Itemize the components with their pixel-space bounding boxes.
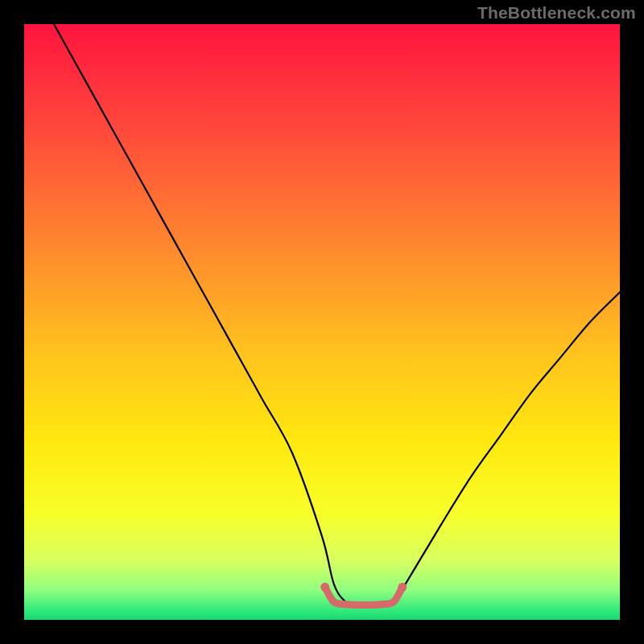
watermark-text: TheBottleneck.com bbox=[477, 3, 636, 23]
chart-frame: TheBottleneck.com bbox=[0, 0, 644, 644]
bottleneck-curve bbox=[54, 24, 620, 605]
plot-area bbox=[24, 24, 620, 620]
highlight-endpoint-right bbox=[398, 583, 407, 592]
highlight-endpoint-left bbox=[320, 583, 329, 592]
curve-layer bbox=[24, 24, 620, 620]
